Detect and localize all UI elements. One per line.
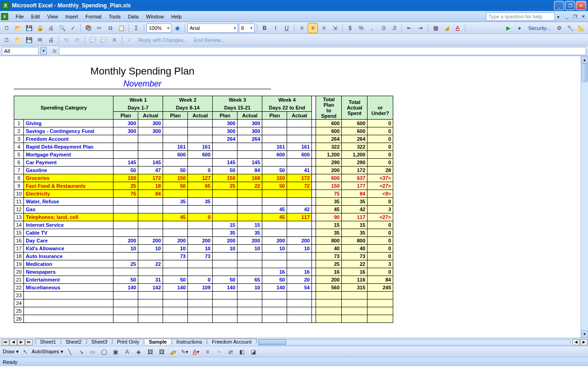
- mdi-minimize-button[interactable]: _: [563, 13, 571, 20]
- sheet-tab-sample[interactable]: Sample: [144, 339, 172, 345]
- category-cell[interactable]: Giving: [24, 120, 113, 127]
- table-row[interactable]: 9Fast Food & Restaurants2518506525225072…: [14, 182, 393, 190]
- print-icon-2[interactable]: 🖨: [46, 35, 56, 45]
- arrow-icon[interactable]: ↘: [76, 347, 86, 357]
- mail-icon[interactable]: ✉: [35, 35, 45, 45]
- table-row[interactable]: 2Savings - Contingency Fund3003003003006…: [14, 127, 393, 135]
- name-box[interactable]: A8: [2, 47, 39, 55]
- table-row[interactable]: 5Mortgage Payment6006006006001,2001,2000: [14, 151, 393, 159]
- wordart-icon[interactable]: A: [122, 347, 132, 357]
- sheet-tab-sheet1[interactable]: Sheet1: [35, 339, 61, 345]
- borders-icon[interactable]: ▦: [430, 23, 441, 33]
- category-cell[interactable]: Electricity: [24, 190, 113, 198]
- zoom-combo[interactable]: 100%: [147, 23, 171, 33]
- fill-color-icon[interactable]: ◢: [441, 23, 452, 33]
- spending-table[interactable]: Spending CategoryWeek 1Week 2Week 3Week …: [14, 96, 393, 323]
- tab-nav-next-icon[interactable]: ▶: [17, 339, 25, 345]
- table-row[interactable]: 22Miscellaneous1401421401091401014054560…: [14, 284, 393, 292]
- table-row[interactable]: 8Groceries150172150127150166150172600637…: [14, 174, 393, 182]
- sheet-tab-instructions[interactable]: Instructions: [171, 339, 207, 345]
- table-row[interactable]: 23: [14, 292, 393, 299]
- category-cell[interactable]: Groceries: [24, 174, 113, 182]
- category-cell[interactable]: [24, 292, 113, 299]
- font-size-combo[interactable]: 8: [239, 23, 254, 33]
- minimize-button[interactable]: _: [554, 1, 564, 10]
- copy-icon[interactable]: ⧉: [105, 23, 115, 33]
- control-toolbox-icon[interactable]: 🔧: [565, 23, 575, 33]
- vertical-scrollbar[interactable]: ▲ ▼: [581, 56, 588, 338]
- tab-nav-first-icon[interactable]: ⏮: [2, 339, 9, 345]
- name-box-dropdown-icon[interactable]: ▾: [40, 47, 47, 55]
- diagram-icon[interactable]: ◈: [134, 347, 144, 357]
- table-row[interactable]: 3Freedom Account2642642642640: [14, 135, 393, 143]
- open-icon[interactable]: 📂: [13, 23, 23, 33]
- table-row[interactable]: 26: [14, 315, 393, 323]
- autosum-icon[interactable]: Σ: [131, 23, 141, 33]
- sheet-tab-sheet2[interactable]: Sheet2: [61, 339, 87, 345]
- line-icon[interactable]: ╲: [65, 347, 75, 357]
- sheet-tab-print-only[interactable]: Print Only: [112, 339, 144, 345]
- rectangle-icon[interactable]: ▭: [88, 347, 98, 357]
- decrease-decimal-icon[interactable]: .0: [389, 23, 399, 33]
- save-icon[interactable]: 💾: [24, 23, 34, 33]
- table-row[interactable]: 10Electricity75847584<9>: [14, 190, 393, 198]
- menu-tools[interactable]: Tools: [105, 14, 124, 19]
- sheet-tab-sheet3[interactable]: Sheet3: [86, 339, 113, 345]
- menu-file[interactable]: File: [12, 14, 28, 19]
- worksheet[interactable]: Monthly Spending Plan November Spending …: [0, 56, 581, 338]
- table-row[interactable]: 7Gasoline50475005084504120017228: [14, 167, 393, 174]
- line-color-icon[interactable]: ✎▾: [180, 347, 190, 357]
- category-cell[interactable]: Freedom Account: [24, 135, 113, 143]
- tab-nav-last-icon[interactable]: ⏭: [25, 339, 33, 345]
- select-objects-icon[interactable]: ↖: [20, 347, 30, 357]
- fill-color-draw-icon[interactable]: ◢▾: [168, 347, 178, 357]
- category-cell[interactable]: Newspapers: [24, 268, 113, 276]
- spellcheck-icon[interactable]: ✓: [68, 23, 78, 33]
- font-color-icon[interactable]: A: [452, 23, 463, 33]
- category-cell[interactable]: Entertainment: [24, 276, 113, 284]
- textbox-icon[interactable]: ▣: [111, 347, 121, 357]
- mdi-close-button[interactable]: ✕: [580, 13, 587, 20]
- comma-icon[interactable]: ,: [367, 23, 377, 33]
- sheet-tab-freedom-account[interactable]: Freedom Account: [207, 339, 256, 345]
- table-row[interactable]: 11Water, Refuse353535350: [14, 198, 393, 206]
- category-cell[interactable]: Car Payment: [24, 159, 113, 167]
- autoshapes-menu[interactable]: AutoShapes ▾: [32, 349, 63, 355]
- help-search-input[interactable]: [486, 12, 555, 21]
- category-cell[interactable]: [24, 307, 113, 315]
- table-row[interactable]: 6Car Payment1451451451452902900: [14, 159, 393, 167]
- run-macro-icon[interactable]: ▶: [503, 23, 514, 33]
- table-row[interactable]: 13Telephones; land, cell4504511790117<27…: [14, 213, 393, 221]
- new-workbook-icon[interactable]: 🗋: [2, 35, 12, 45]
- tab-nav-prev-icon[interactable]: ◀: [10, 339, 17, 345]
- line-style-icon[interactable]: ≡: [203, 347, 213, 357]
- category-cell[interactable]: Internet Service: [24, 221, 113, 229]
- menu-help[interactable]: Help: [168, 14, 186, 19]
- vba-icon[interactable]: ⚙: [554, 23, 564, 33]
- underline-icon[interactable]: U: [282, 23, 292, 33]
- category-cell[interactable]: Gas: [24, 206, 113, 213]
- fx-icon[interactable]: fx: [51, 48, 59, 54]
- table-row[interactable]: 14Internet Service151515150: [14, 221, 393, 229]
- excel-doc-icon[interactable]: X: [1, 13, 8, 20]
- mdi-restore-button[interactable]: ❐: [571, 13, 579, 20]
- category-cell[interactable]: Savings - Contingency Fund: [24, 127, 113, 135]
- table-row[interactable]: 20Newspapers161616160: [14, 268, 393, 276]
- category-cell[interactable]: Day Care: [24, 237, 113, 245]
- menu-window[interactable]: Window: [142, 14, 168, 19]
- 3d-icon[interactable]: ◪: [249, 347, 259, 357]
- align-center-icon[interactable]: ≡: [308, 23, 318, 33]
- align-left-icon[interactable]: ≡: [297, 23, 307, 33]
- save-workbook-icon[interactable]: 💾: [24, 35, 34, 45]
- permission-icon[interactable]: 🔒: [35, 23, 45, 33]
- decrease-indent-icon[interactable]: ⇤: [404, 23, 414, 33]
- dash-style-icon[interactable]: ┄: [214, 347, 224, 357]
- category-cell[interactable]: [24, 299, 113, 307]
- cut-icon[interactable]: ✂: [94, 23, 104, 33]
- category-cell[interactable]: Telephones; land, cell: [24, 213, 113, 221]
- draw-menu[interactable]: Draw ▾: [3, 349, 19, 355]
- maximize-button[interactable]: ❐: [565, 1, 575, 10]
- horizontal-scrollbar[interactable]: [258, 339, 571, 345]
- table-row[interactable]: 15Cable TV353535350: [14, 229, 393, 237]
- print-preview-icon[interactable]: 🔍: [57, 23, 67, 33]
